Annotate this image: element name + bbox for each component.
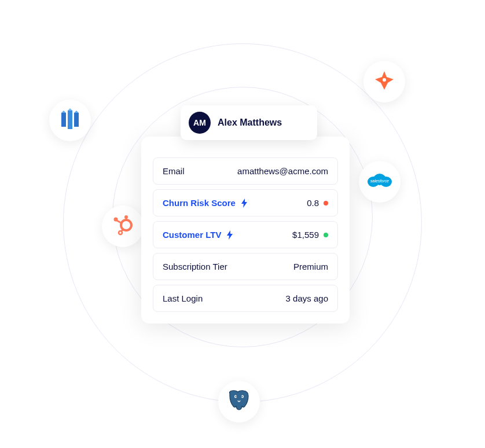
integration-postgres (218, 381, 260, 423)
profile-header: AM Alex Matthews (181, 105, 317, 140)
svg-text:salesforce: salesforce (370, 179, 389, 183)
amplitude-icon (373, 69, 396, 94)
svg-point-16 (119, 231, 122, 234)
attribute-row-tier[interactable]: Subscription Tier Premium (153, 253, 338, 280)
attribute-value: $1,559 (292, 230, 328, 240)
status-dot-danger (324, 201, 328, 205)
svg-marker-5 (68, 108, 72, 111)
attribute-label: Customer LTV (163, 230, 234, 240)
attribute-value: Premium (293, 262, 328, 271)
integration-amplitude (363, 61, 405, 102)
hubspot-icon (111, 214, 134, 239)
svg-point-19 (236, 396, 237, 397)
attribute-label: Email (163, 166, 185, 176)
svg-rect-2 (68, 111, 72, 129)
attribute-row-last-login[interactable]: Last Login 3 days ago (153, 285, 338, 312)
avatar-initials: AM (193, 118, 206, 127)
bolt-icon (226, 230, 234, 240)
profile-attributes-card: Email amatthews@acme.com Churn Risk Scor… (141, 137, 350, 324)
svg-rect-1 (61, 113, 66, 127)
svg-marker-4 (61, 111, 66, 113)
postgres-icon (226, 388, 252, 416)
svg-rect-3 (74, 113, 79, 127)
integration-salesforce: salesforce (359, 161, 401, 203)
svg-point-21 (242, 396, 243, 397)
redshift-icon (58, 107, 82, 134)
bolt-icon (240, 199, 248, 208)
integration-hubspot (102, 205, 144, 247)
attribute-value: amatthews@acme.com (237, 166, 328, 176)
attribute-row-churn[interactable]: Churn Risk Score 0.8 (153, 189, 338, 216)
profile-name: Alex Matthews (218, 117, 282, 128)
attribute-row-ltv[interactable]: Customer LTV $1,559 (153, 221, 338, 248)
svg-line-17 (122, 229, 123, 231)
avatar: AM (189, 112, 211, 134)
attribute-row-email[interactable]: Email amatthews@acme.com (153, 157, 338, 185)
svg-point-0 (383, 78, 386, 82)
salesforce-icon: salesforce (366, 171, 393, 192)
svg-marker-6 (74, 111, 79, 113)
attribute-value: 0.8 (307, 198, 328, 208)
attribute-label: Last Login (163, 293, 203, 303)
attribute-value: 3 days ago (286, 293, 328, 303)
status-dot-good (324, 233, 328, 237)
attribute-label: Subscription Tier (163, 262, 227, 271)
attribute-label: Churn Risk Score (163, 198, 248, 208)
integration-redshift (49, 100, 91, 141)
